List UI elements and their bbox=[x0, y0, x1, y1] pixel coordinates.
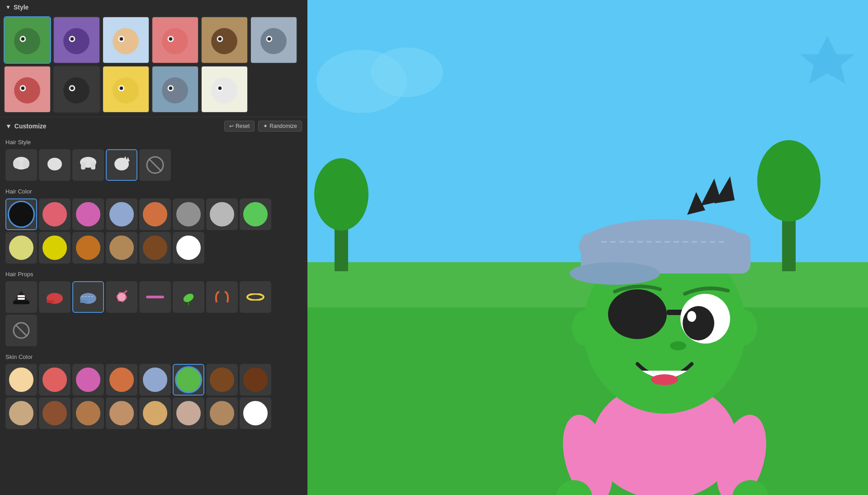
hair-color-swatch-13[interactable] bbox=[139, 232, 171, 264]
skin-color-swatch-14[interactable] bbox=[173, 397, 204, 429]
skin-color-swatch-11[interactable] bbox=[72, 397, 104, 429]
hair-prop-item-1[interactable] bbox=[5, 281, 37, 313]
hair-color-swatch-7[interactable] bbox=[206, 198, 238, 230]
style-character-6[interactable] bbox=[250, 16, 297, 64]
scene-background bbox=[307, 0, 868, 495]
hair-prop-item-6[interactable] bbox=[173, 281, 204, 313]
svg-rect-5 bbox=[81, 162, 85, 170]
hair-color-swatch-5[interactable] bbox=[139, 198, 171, 230]
hair-color-swatch-14[interactable] bbox=[173, 232, 204, 264]
randomize-label: Randomize bbox=[269, 123, 297, 129]
svg-point-47 bbox=[570, 262, 660, 285]
randomize-icon: ✦ bbox=[263, 123, 268, 129]
hair-style-item-3[interactable] bbox=[72, 149, 104, 181]
hair-color-swatch-4[interactable] bbox=[106, 198, 137, 230]
hair-color-swatch-12[interactable] bbox=[106, 232, 137, 264]
skin-color-swatch-15[interactable] bbox=[206, 397, 238, 429]
skin-color-swatch-4[interactable] bbox=[106, 364, 137, 396]
hair-color-swatch-3[interactable] bbox=[72, 198, 104, 230]
svg-point-53 bbox=[687, 311, 696, 322]
svg-rect-6 bbox=[91, 162, 95, 170]
hair-style-item-5[interactable] bbox=[139, 149, 171, 181]
hair-color-swatch-2[interactable] bbox=[39, 198, 71, 230]
skin-color-swatch-2[interactable] bbox=[39, 364, 71, 396]
hair-prop-item-7[interactable] bbox=[206, 281, 238, 313]
svg-rect-34 bbox=[335, 203, 348, 271]
reset-icon: ↩ bbox=[229, 123, 234, 129]
left-panel: ▼ Style ▼ Customize ↩ Reset ✦ Randomize … bbox=[0, 0, 307, 495]
hair-color-swatch-6[interactable] bbox=[173, 198, 204, 230]
style-character-8[interactable] bbox=[53, 66, 100, 113]
hair-color-swatch-8[interactable] bbox=[240, 198, 271, 230]
style-grid bbox=[0, 14, 307, 117]
hair-prop-item-4[interactable] bbox=[106, 281, 137, 313]
hair-prop-item-2[interactable] bbox=[39, 281, 71, 313]
svg-marker-9 bbox=[126, 157, 130, 161]
svg-point-2 bbox=[22, 160, 29, 169]
svg-point-49 bbox=[608, 289, 667, 339]
hair-color-swatch-11[interactable] bbox=[72, 232, 104, 264]
style-character-4[interactable] bbox=[151, 16, 199, 64]
svg-point-52 bbox=[683, 306, 714, 340]
hair-prop-item-8[interactable] bbox=[240, 281, 271, 313]
style-character-10[interactable] bbox=[151, 66, 199, 113]
hair-prop-item-5[interactable] bbox=[139, 281, 171, 313]
svg-point-33 bbox=[371, 47, 443, 97]
svg-point-57 bbox=[730, 310, 757, 346]
style-character-9[interactable] bbox=[102, 66, 150, 113]
customize-buttons: ↩ Reset ✦ Randomize bbox=[224, 121, 302, 132]
svg-point-32 bbox=[316, 50, 407, 113]
skin-color-swatch-16[interactable] bbox=[240, 397, 271, 429]
customize-label: Customize bbox=[14, 123, 47, 130]
style-character-1[interactable] bbox=[4, 16, 51, 64]
svg-rect-23 bbox=[146, 296, 164, 298]
style-section-header[interactable]: ▼ Style bbox=[0, 0, 307, 14]
hair-color-swatch-10[interactable] bbox=[39, 232, 71, 264]
svg-line-11 bbox=[149, 159, 161, 171]
svg-point-56 bbox=[572, 310, 599, 346]
hair-color-grid bbox=[0, 197, 307, 267]
svg-point-35 bbox=[314, 158, 368, 231]
skin-color-swatch-3[interactable] bbox=[72, 364, 104, 396]
style-label: Style bbox=[14, 4, 28, 11]
reset-button[interactable]: ↩ Reset bbox=[224, 121, 255, 132]
hair-style-label: Hair Style bbox=[0, 135, 307, 147]
hair-color-swatch-9[interactable] bbox=[5, 232, 37, 264]
customize-chevron-icon: ▼ bbox=[5, 123, 12, 130]
svg-rect-12 bbox=[13, 301, 29, 304]
skin-color-swatch-13[interactable] bbox=[139, 397, 171, 429]
skin-color-grid bbox=[0, 362, 307, 433]
skin-color-swatch-12[interactable] bbox=[106, 397, 137, 429]
skin-color-label: Skin Color bbox=[0, 350, 307, 362]
randomize-button[interactable]: ✦ Randomize bbox=[258, 121, 302, 132]
skin-color-swatch-9[interactable] bbox=[5, 397, 37, 429]
hair-style-item-2[interactable] bbox=[39, 149, 71, 181]
skin-color-swatch-10[interactable] bbox=[39, 397, 71, 429]
right-panel bbox=[307, 0, 868, 495]
skin-color-swatch-8[interactable] bbox=[240, 364, 271, 396]
hair-style-item-1[interactable] bbox=[5, 149, 37, 181]
hair-prop-item-3[interactable] bbox=[72, 281, 104, 313]
hair-style-item-4[interactable] bbox=[106, 149, 137, 181]
hair-prop-item-9[interactable] bbox=[5, 315, 37, 346]
svg-point-1 bbox=[13, 160, 20, 169]
style-character-3[interactable] bbox=[102, 16, 150, 64]
style-character-2[interactable] bbox=[53, 16, 100, 64]
style-character-5[interactable] bbox=[201, 16, 248, 64]
svg-point-3 bbox=[47, 158, 62, 170]
hair-props-grid bbox=[0, 279, 307, 350]
style-character-7[interactable] bbox=[4, 66, 51, 113]
character-svg bbox=[461, 88, 868, 495]
skin-color-swatch-5[interactable] bbox=[139, 364, 171, 396]
skin-color-swatch-6[interactable] bbox=[173, 364, 204, 396]
svg-line-22 bbox=[123, 291, 127, 293]
reset-label: Reset bbox=[236, 123, 250, 129]
hair-color-label: Hair Color bbox=[0, 184, 307, 197]
skin-color-swatch-1[interactable] bbox=[5, 364, 37, 396]
svg-marker-38 bbox=[800, 36, 854, 84]
svg-line-28 bbox=[16, 325, 27, 336]
skin-color-swatch-7[interactable] bbox=[206, 364, 238, 396]
hair-color-swatch-1[interactable] bbox=[5, 198, 37, 230]
svg-point-55 bbox=[651, 374, 678, 385]
style-character-11[interactable] bbox=[201, 66, 248, 113]
